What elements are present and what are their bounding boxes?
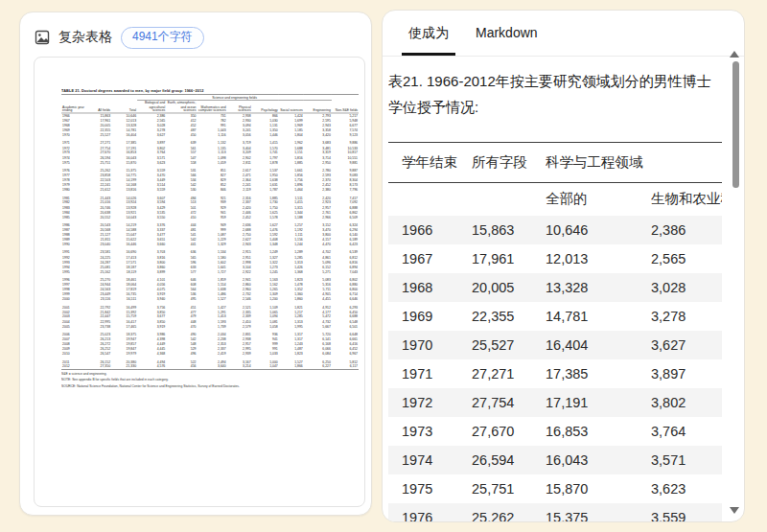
markdown-output: 表21. 1966-2012年按主要研究领域划分的男性博士学位授予情况: 学年结… — [388, 57, 722, 521]
scan-footnote: NOTE: See appendix B for specific fields… — [61, 378, 334, 382]
subcol-header-total: 全部的 — [546, 183, 651, 217]
table-row: 196922,35514,7813,278 — [388, 302, 722, 331]
col-header-all-fields: 所有字段 — [472, 143, 546, 183]
table-row: 197426,59416,0433,571 — [388, 446, 722, 474]
char-count-badge: 4941个字符 — [121, 27, 204, 49]
scan-row: 201227,35021,3304,5764563,6403,2141,0471… — [61, 364, 359, 369]
md-table-subheader-row: 全部的 生物和农业科学 — [388, 183, 722, 217]
scan-footnote: SOURCE: National Science Foundation, Nat… — [61, 384, 334, 388]
table-row: 197227,75417,1913,802 — [388, 388, 722, 417]
source-panel-header: 复杂表格 4941个字符 — [20, 12, 371, 49]
table-row: 197127,27117,3853,897 — [388, 359, 722, 388]
scanned-table: TABLE 21. Doctoral degrees awarded to me… — [35, 58, 334, 387]
scan-table-title: TABLE 21. Doctoral degrees awarded to me… — [61, 88, 334, 93]
md-table-title: 表21. 1966-2012年按主要研究领域划分的男性博士学位授予情况: — [388, 68, 721, 120]
scan-table: Science and engineering fieldsAcademic y… — [61, 94, 359, 369]
scroll-down-icon[interactable] — [730, 507, 739, 514]
tab-bar: 使成为Markdown — [383, 11, 744, 57]
col-header-year: 学年结束 — [388, 143, 472, 183]
tab-markdown[interactable]: Markdown — [469, 25, 545, 56]
tab-convert[interactable]: 使成为 — [402, 25, 455, 56]
scrollbar-thumb[interactable] — [732, 61, 739, 188]
md-table-header-row: 学年结束 所有字段 科学与工程领域 — [388, 143, 722, 183]
scroll-up-icon[interactable] — [730, 51, 739, 58]
table-row: 196615,86310,6462,386 — [388, 216, 722, 244]
md-table: 学年结束 所有字段 科学与工程领域 全部的 生物和农业科学 196615,863… — [388, 142, 722, 521]
source-title: 复杂表格 — [58, 29, 112, 46]
table-row: 197625,26215,3753,559 — [388, 503, 722, 521]
table-row: 197525,75115,8703,623 — [388, 474, 722, 503]
table-row: 196820,00513,3283,028 — [388, 273, 722, 302]
source-panel: 复杂表格 4941个字符 TABLE 21. Doctoral degrees … — [19, 12, 372, 516]
document-preview: TABLE 21. Doctoral degrees awarded to me… — [34, 57, 365, 507]
scan-footnote: S&E = science and engineering. — [61, 372, 334, 376]
col-header-sci-eng: 科学与工程领域 — [546, 143, 722, 183]
table-row: 197025,52716,4043,627 — [388, 331, 722, 359]
scan-footnotes: S&E = science and engineering.NOTE: See … — [61, 372, 334, 387]
subcol-header-bioag: 生物和农业科学 — [651, 183, 722, 217]
table-row: 196717,96112,0132,565 — [388, 244, 722, 273]
image-icon — [35, 30, 50, 45]
table-row: 197327,67016,8533,764 — [388, 417, 722, 446]
output-panel: 使成为Markdown 表21. 1966-2012年按主要研究领域划分的男性博… — [382, 10, 745, 522]
